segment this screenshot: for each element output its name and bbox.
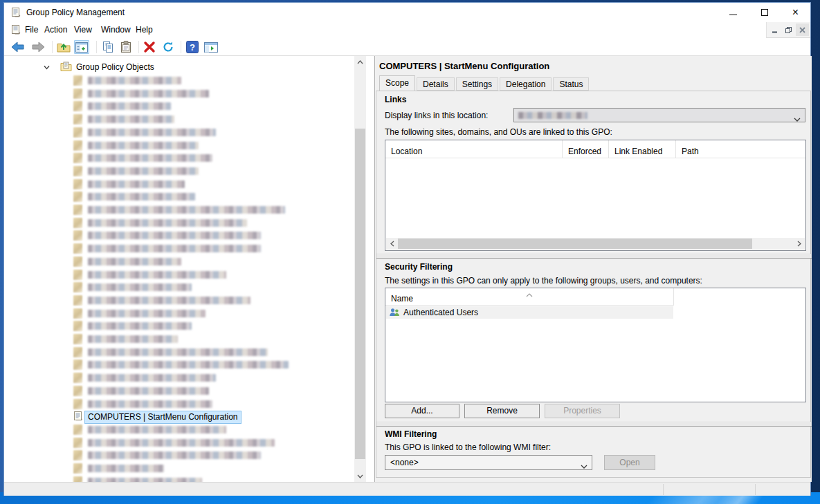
gpo-icon: [73, 75, 82, 86]
scroll-thumb[interactable]: [398, 239, 752, 249]
scroll-left-arrow[interactable]: [386, 238, 398, 250]
tree-item-redacted-gpo[interactable]: [4, 269, 366, 281]
tree-item-redacted-gpo[interactable]: [4, 281, 366, 294]
menu-file[interactable]: File: [22, 22, 41, 38]
remove-button[interactable]: Remove: [464, 404, 540, 418]
tree-item-redacted-gpo[interactable]: [4, 372, 366, 384]
add-button[interactable]: Add...: [385, 404, 459, 418]
tree-item-redacted-gpo[interactable]: [4, 320, 366, 333]
tab-delegation[interactable]: Delegation: [500, 77, 552, 91]
column-name[interactable]: Name: [385, 288, 674, 306]
menu-view[interactable]: View: [71, 22, 95, 38]
tree-item-redacted-gpo[interactable]: [4, 295, 366, 307]
tree-vertical-scrollbar[interactable]: [354, 56, 366, 482]
tree-item-redacted-gpo[interactable]: [4, 140, 366, 152]
tree-item-redacted-gpo[interactable]: [4, 165, 366, 178]
tree-item-redacted-gpo[interactable]: [4, 398, 366, 411]
tree-item-redacted-gpo[interactable]: [4, 127, 366, 139]
tree-item-redacted-gpo[interactable]: [4, 424, 366, 436]
scroll-down-arrow[interactable]: [354, 470, 366, 482]
tab-status[interactable]: Status: [553, 77, 589, 91]
minimize-icon: [729, 15, 737, 15]
tab-strip: Scope Details Settings Delegation Status: [379, 75, 590, 91]
users-icon: [389, 308, 400, 317]
tree-item-redacted-gpo[interactable]: [4, 178, 366, 191]
column-link-enabled[interactable]: Link Enabled: [609, 140, 676, 158]
status-bar-separator: [755, 484, 756, 495]
properties-button: Properties: [545, 404, 620, 418]
section-divider[interactable]: [376, 422, 812, 427]
wmi-filter-combobox[interactable]: <none>: [385, 455, 592, 470]
back-button[interactable]: [10, 40, 26, 54]
display-location-combobox[interactable]: [513, 108, 805, 122]
links-horizontal-scrollbar[interactable]: [386, 238, 805, 250]
section-divider[interactable]: [376, 254, 812, 259]
copy-button[interactable]: [100, 40, 116, 54]
menu-window[interactable]: Window: [98, 22, 134, 38]
tree-item-redacted-gpo[interactable]: [4, 333, 366, 346]
chevron-down-icon: [794, 114, 801, 124]
gpo-icon: [73, 192, 82, 202]
paste-button[interactable]: [118, 40, 134, 54]
tab-settings[interactable]: Settings: [456, 77, 498, 91]
column-location[interactable]: Location: [385, 140, 563, 158]
close-button[interactable]: ×: [780, 3, 811, 22]
tree-item-redacted-gpo[interactable]: [4, 243, 366, 255]
column-enforced[interactable]: Enforced: [563, 140, 609, 158]
tree-item-redacted-gpo[interactable]: [4, 88, 366, 100]
delete-button[interactable]: [142, 40, 157, 54]
tree-item-redacted-gpo[interactable]: [4, 437, 366, 449]
toolbar-separator: [181, 41, 181, 53]
redacted-text: [88, 348, 268, 356]
minimize-button[interactable]: [718, 3, 749, 22]
show-console-tree-button[interactable]: [74, 40, 89, 54]
security-principal-row[interactable]: Authenticated Users: [386, 306, 673, 319]
scroll-right-arrow[interactable]: [793, 238, 805, 250]
gpo-icon: [73, 411, 82, 422]
redacted-text: [88, 154, 212, 162]
tree-item-redacted-gpo[interactable]: [4, 449, 366, 462]
redacted-text: [88, 115, 174, 123]
mdi-minimize-button[interactable]: [768, 24, 781, 36]
gpo-icon: [73, 230, 82, 241]
tree-item-redacted-gpo[interactable]: [4, 191, 366, 203]
scroll-thumb[interactable]: [355, 129, 365, 459]
column-path[interactable]: Path: [676, 140, 805, 158]
up-one-level-button[interactable]: [56, 40, 71, 54]
scroll-up-arrow[interactable]: [354, 56, 366, 68]
tree-item-redacted-gpo[interactable]: [4, 113, 366, 126]
tree-item-redacted-gpo[interactable]: [4, 308, 366, 320]
forward-button[interactable]: [30, 40, 46, 54]
maximize-button[interactable]: [749, 3, 780, 22]
mdi-close-button[interactable]: [796, 24, 809, 36]
tree-item-redacted-gpo[interactable]: [4, 385, 366, 398]
tree-item-redacted-gpo[interactable]: [4, 256, 366, 268]
tree-item-selected-gpo[interactable]: COMPUTERS | StartMenu Configuration: [4, 411, 366, 423]
menu-action[interactable]: Action: [42, 22, 70, 38]
tree-item-redacted-gpo[interactable]: [4, 75, 366, 87]
tree-item-redacted-gpo[interactable]: [4, 476, 366, 482]
pane-splitter[interactable]: [366, 56, 374, 482]
mdi-restore-button[interactable]: [782, 24, 795, 36]
gpo-icon: [73, 438, 82, 448]
tree-item-redacted-gpo[interactable]: [4, 100, 366, 113]
tree-item-redacted-gpo[interactable]: [4, 230, 366, 242]
tree-item-redacted-gpo[interactable]: [4, 463, 366, 475]
tree-item-redacted-gpo[interactable]: [4, 346, 366, 359]
tree-item-redacted-gpo[interactable]: [4, 204, 366, 216]
tab-details[interactable]: Details: [417, 77, 455, 91]
tree-root-group-policy-objects[interactable]: Group Policy Objects: [4, 61, 366, 74]
gpo-icon: [73, 321, 82, 331]
menu-help[interactable]: Help: [133, 22, 156, 38]
tree-item-redacted-gpo[interactable]: [4, 359, 366, 371]
tree-item-redacted-gpo[interactable]: [4, 152, 366, 165]
chevron-down-icon[interactable]: [43, 64, 51, 73]
tab-scope[interactable]: Scope: [379, 75, 415, 91]
refresh-button[interactable]: [161, 40, 176, 54]
redacted-text: [88, 400, 212, 408]
gpo-icon: [73, 270, 82, 280]
gpo-icon: [73, 114, 82, 124]
show-window-button[interactable]: [203, 40, 219, 54]
tree-item-redacted-gpo[interactable]: [4, 217, 366, 230]
help-button[interactable]: ?: [185, 40, 200, 54]
